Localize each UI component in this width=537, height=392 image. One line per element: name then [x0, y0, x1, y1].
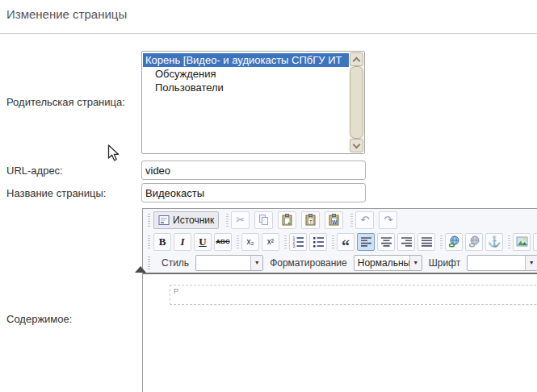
toolbar-row-3: Стиль ▼ Форматирование Нормальный ▼ Шриф… [143, 252, 537, 273]
align-center-button[interactable] [377, 233, 395, 251]
superscript-icon: x² [267, 237, 274, 246]
scroll-up-button[interactable] [350, 52, 363, 66]
unordered-list-icon [313, 236, 325, 248]
paste-plain-text-button[interactable]: T [301, 211, 320, 229]
flash-button[interactable] [533, 233, 537, 251]
ordered-list-button[interactable]: 123 [289, 233, 307, 251]
cut-icon: ✂ [236, 214, 245, 226]
scroll-down-button[interactable] [350, 139, 363, 152]
format-label: Форматирование [270, 257, 347, 269]
parent-page-label: Родительская страница: [6, 96, 125, 108]
font-select[interactable]: ▼ [467, 255, 537, 271]
link-button[interactable] [445, 233, 463, 251]
svg-text:T: T [309, 219, 313, 224]
content-label: Содержимое: [6, 313, 72, 325]
copy-button[interactable] [254, 211, 273, 229]
strikethrough-button[interactable]: ABC [214, 233, 232, 251]
block-tag-label: P [174, 287, 178, 295]
listbox-scrollbar[interactable] [350, 52, 363, 152]
subscript-button[interactable]: x₂ [241, 233, 259, 251]
page-title: Изменение страницы [6, 7, 127, 21]
scrollbar-thumb[interactable] [350, 66, 363, 139]
strikethrough-icon: ABC [216, 238, 229, 245]
blockquote-icon: “ [342, 244, 350, 248]
style-select[interactable]: ▼ [195, 255, 263, 271]
dropdown-arrow-icon: ▼ [250, 256, 262, 270]
justify-button[interactable] [417, 233, 435, 251]
subscript-icon: x₂ [247, 237, 254, 246]
unordered-list-button[interactable] [309, 233, 327, 251]
toolbar-collapse-button[interactable] [135, 266, 146, 273]
chevron-down-icon [353, 140, 361, 148]
toolbar-grip [148, 214, 150, 227]
redo-button[interactable]: ↷ [379, 211, 397, 229]
font-label: Шрифт [429, 257, 460, 269]
rich-text-editor: Источник ✂ T W ↶ ↷ B I U ABC x₂ x² 123 [142, 208, 537, 392]
redo-icon: ↷ [384, 215, 392, 225]
title-divider [0, 33, 537, 34]
italic-button[interactable]: I [174, 233, 191, 251]
svg-text:3: 3 [292, 244, 295, 248]
format-select[interactable]: Нормальный ▼ [354, 255, 422, 271]
link-icon [448, 236, 460, 248]
align-right-button[interactable] [397, 233, 415, 251]
undo-button[interactable]: ↶ [355, 211, 374, 229]
anchor-button[interactable]: ⚓ [485, 233, 503, 251]
undo-icon: ↶ [360, 215, 369, 225]
anchor-icon: ⚓ [488, 236, 501, 248]
url-label: URL-адрес: [6, 165, 63, 177]
toolbar-separator [332, 236, 334, 248]
style-select-value [196, 256, 250, 270]
toolbar-grip [148, 236, 150, 248]
underline-icon: U [199, 236, 206, 248]
toolbar-separator [237, 236, 239, 248]
paste-from-word-icon: W [328, 214, 340, 226]
align-center-icon [380, 236, 392, 248]
list-item[interactable]: Пользователи [143, 81, 349, 94]
url-input[interactable] [141, 161, 366, 180]
italic-icon: I [180, 236, 184, 248]
list-item[interactable]: Корень [Видео- и аудиокасты СПбГУ ИТ [143, 53, 349, 67]
paste-from-word-button[interactable]: W [325, 211, 343, 229]
paste-button[interactable] [278, 211, 296, 229]
toolbar-separator [284, 236, 287, 248]
page-name-label: Название страницы: [6, 187, 106, 199]
toolbar-grip [148, 256, 150, 269]
cut-button[interactable]: ✂ [231, 211, 250, 229]
ordered-list-icon: 123 [292, 236, 304, 248]
copy-icon [258, 214, 270, 226]
toolbar-separator [226, 214, 229, 227]
toolbar-separator [440, 236, 443, 248]
image-button[interactable] [513, 233, 531, 251]
justify-icon [421, 236, 433, 248]
unlink-icon [468, 236, 480, 248]
dropdown-arrow-icon: ▼ [409, 256, 422, 270]
parent-page-listbox[interactable]: Корень [Видео- и аудиокасты СПбГУ ИТ Обс… [141, 51, 365, 154]
superscript-button[interactable]: x² [262, 233, 279, 251]
page-edit-form: { "page": { "title": "Изменение страницы… [0, 0, 537, 392]
page-name-input[interactable] [141, 183, 366, 202]
image-icon [516, 236, 528, 248]
align-left-icon [360, 236, 372, 248]
svg-text:W: W [332, 219, 338, 225]
format-select-value: Нормальный [355, 256, 409, 270]
unlink-button[interactable] [465, 233, 483, 251]
bold-button[interactable]: B [153, 233, 171, 251]
toolbar-row-1: Источник ✂ T W ↶ ↷ [143, 209, 537, 231]
toolbar-row-2: B I U ABC x₂ x² 123 “ [143, 231, 537, 252]
editor-content-area[interactable]: P [143, 273, 537, 392]
blockquote-button[interactable]: “ [337, 233, 355, 251]
chevron-up-icon [353, 56, 361, 65]
paste-icon [281, 214, 293, 226]
dropdown-arrow-icon: ▼ [525, 256, 537, 270]
paste-plain-text-icon: T [304, 214, 317, 226]
toolbar-separator [350, 214, 353, 227]
align-left-button[interactable] [357, 233, 375, 251]
underline-button[interactable]: U [194, 233, 212, 251]
font-select-value [468, 256, 525, 270]
source-button[interactable]: Источник [153, 211, 219, 229]
list-item[interactable]: Обсуждения [143, 67, 349, 81]
source-icon [158, 215, 170, 226]
source-button-label: Источник [173, 215, 214, 226]
paragraph-block-outline[interactable]: P [170, 285, 537, 305]
